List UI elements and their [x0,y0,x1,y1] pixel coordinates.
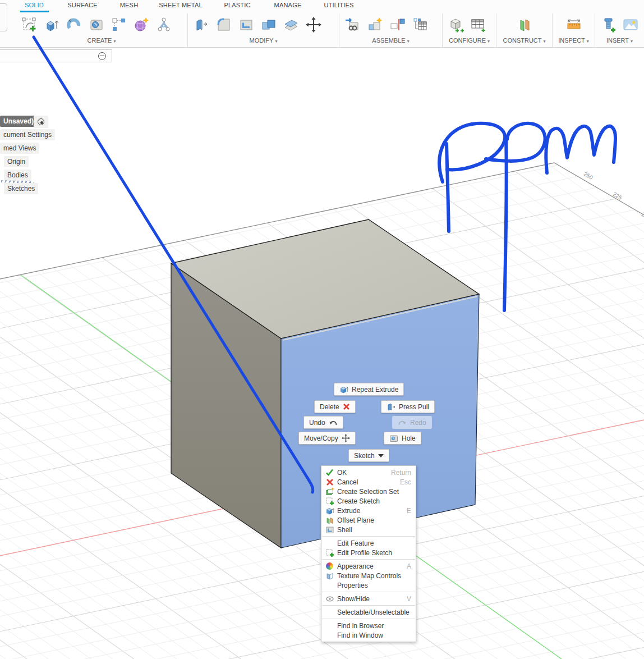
press-pull-icon [387,402,395,411]
configure-group-dropdown[interactable]: CONFIGURE▾ [443,37,496,44]
joint-icon[interactable] [388,14,408,35]
bom-table-icon[interactable] [410,14,430,35]
rectangular-pattern-icon[interactable] [109,14,129,35]
generative-part-icon[interactable] [154,14,174,35]
appearance-color-wheel-icon [325,562,334,571]
ribbon-group-inspect: INSPECT▾ [552,13,595,47]
menu-item-texture-map-controls[interactable]: Texture Map Controls [321,571,416,580]
menu-item-appearance[interactable]: Appearance A [321,561,416,571]
menu-item-find-in-window[interactable]: Find in Window [321,630,416,640]
inspect-group-dropdown[interactable]: INSPECT▾ [553,37,595,44]
menu-item-show-hide[interactable]: Show/Hide V [321,594,416,603]
cancel-x-icon [325,478,334,487]
hole-button[interactable]: Hole [384,432,421,445]
extrude-icon [339,385,348,394]
check-icon [325,468,334,477]
redo-arrow-icon [398,419,407,427]
menu-item-shell[interactable]: Shell [321,525,416,534]
menu-item-find-in-browser[interactable]: Find in Browser [321,621,416,630]
browser-node-bodies[interactable]: Bodies [4,170,31,181]
sketch-dropdown-button[interactable]: Sketch [348,449,389,462]
tab-sheet-metal[interactable]: SHEET METAL [159,2,203,8]
undo-button[interactable]: Undo [303,416,343,429]
menu-separator [322,536,415,537]
chevron-down-icon: ▾ [631,39,633,44]
menu-item-edit-feature[interactable]: Edit Feature [321,538,416,548]
tab-mesh[interactable]: MESH [120,2,139,8]
tab-solid[interactable]: SOLID [25,2,44,8]
insert-group-dropdown[interactable]: INSERT▾ [595,37,644,44]
grid-edge-label-250: 250 [583,171,594,181]
split-body-icon[interactable] [281,14,301,35]
menu-separator [322,605,415,606]
ribbon-toolbar: SOLID SURFACE MESH SHEET METAL PLASTIC M… [0,0,644,48]
menu-item-cancel[interactable]: Cancel Esc [321,477,416,487]
tab-plastic[interactable]: PLASTIC [224,2,250,8]
tab-utilities[interactable]: UTILITIES [324,2,353,8]
menu-item-create-sketch[interactable]: Create Sketch [321,496,416,506]
browser-node-origin[interactable]: Origin [4,156,29,167]
canvas-image-icon[interactable] [621,14,641,35]
ribbon-group-construct: CONSTRUCT▾ [496,13,552,47]
press-pull-icon[interactable] [191,14,211,35]
quick-access-panel-stub [0,3,7,31]
browser-node-document-settings[interactable]: cument Settings [0,129,55,140]
delete-x-icon [343,403,350,410]
new-component-icon[interactable] [365,14,385,35]
undo-arrow-icon [329,419,338,427]
menu-item-properties[interactable]: Properties [321,580,416,590]
offset-plane-icon[interactable] [514,14,535,35]
ribbon-group-insert: INSERT▾ [595,13,644,47]
chevron-down-icon: ▾ [113,39,116,44]
tab-surface[interactable]: SURFACE [67,2,97,8]
hole-icon [389,434,398,443]
modify-group-dropdown[interactable]: MODIFY▾ [188,37,339,44]
edit-sketch-icon [325,548,334,557]
menu-item-ok[interactable]: OK Return [321,468,416,477]
create-group-dropdown[interactable]: CREATE▾ [16,37,187,44]
create-form-icon[interactable] [131,14,151,35]
move-copy-button[interactable]: Move/Copy [298,432,356,445]
menu-item-create-selection-set[interactable]: Create Selection Set [321,487,416,496]
measure-icon[interactable] [564,14,584,35]
grid-edge-label-225: 225 [612,191,623,201]
ribbon-group-modify: MODIFY▾ [187,13,339,47]
configuration-icon[interactable] [446,14,466,35]
insert-fastener-icon[interactable] [599,14,619,35]
create-sketch-icon[interactable] [19,14,39,35]
shell-icon[interactable] [236,14,256,35]
menu-item-edit-profile-sketch[interactable]: Edit Profile Sketch [321,548,416,557]
hole-icon[interactable] [86,14,107,35]
extrude-icon[interactable] [42,14,62,35]
activate-component-radio[interactable] [34,116,48,128]
repeat-extrude-button[interactable]: Repeat Extrude [334,383,404,396]
combine-icon[interactable] [259,14,279,35]
ribbon-group-assemble: ASSEMBLE▾ [339,13,442,47]
browser-node-named-views[interactable]: med Views [0,143,39,154]
configuration-table-icon[interactable] [468,14,489,35]
assemble-group-dropdown[interactable]: ASSEMBLE▾ [339,37,442,44]
insert-derive-icon[interactable] [343,14,363,35]
browser-node-sketches[interactable]: Sketches [4,183,38,194]
construct-group-dropdown[interactable]: CONSTRUCT▾ [496,37,552,44]
active-tab-underline [20,11,49,12]
revolve-icon[interactable] [64,14,84,35]
browser-header-bar[interactable] [0,49,112,62]
fillet-icon[interactable] [214,14,234,35]
collapse-browser-icon[interactable] [98,52,106,60]
menu-item-offset-plane[interactable]: Offset Plane [321,515,416,525]
delete-button[interactable]: Delete [314,400,356,413]
selection-set-icon [325,487,334,496]
menu-item-extrude[interactable]: Extrude E [321,506,416,515]
grid-edge-label-200: 200 [641,211,644,221]
extrude-icon [325,506,334,515]
press-pull-button[interactable]: Press Pull [381,400,435,413]
redo-button[interactable]: Redo [392,416,432,429]
offset-plane-icon [325,516,334,525]
move-copy-icon[interactable] [303,14,324,35]
tab-manage[interactable]: MANAGE [274,2,302,8]
browser-node-document-root[interactable]: Unsaved) [0,116,37,127]
caret-down-icon [378,454,384,460]
menu-item-selectable-unselectable[interactable]: Selectable/Unselectable [321,607,416,617]
chevron-down-icon: ▾ [275,39,277,44]
